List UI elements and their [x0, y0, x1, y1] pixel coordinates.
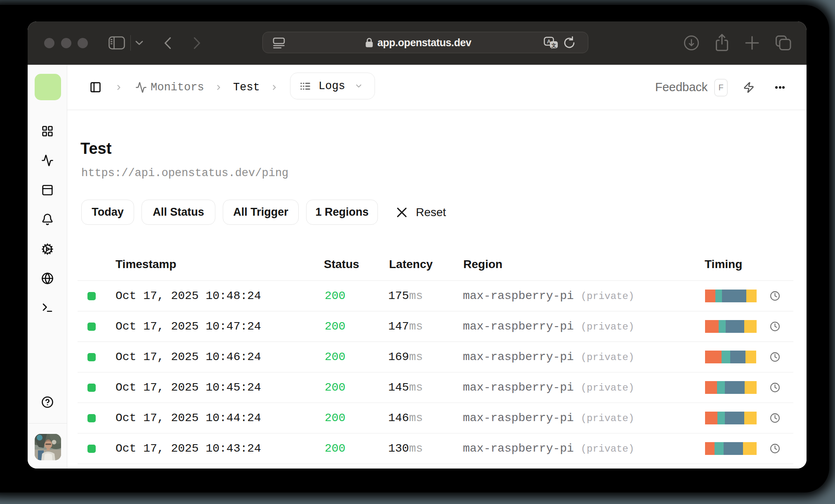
- svg-text:文: 文: [551, 42, 557, 48]
